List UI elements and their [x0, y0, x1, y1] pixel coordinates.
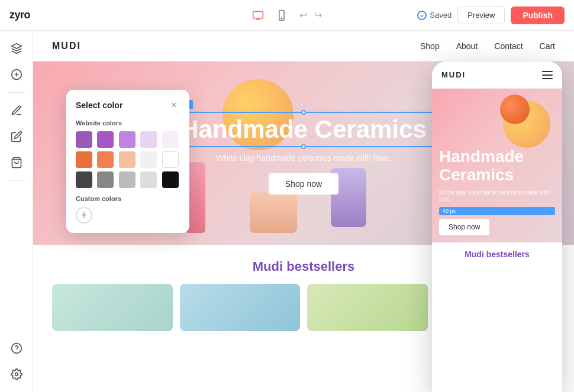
color-swatches — [76, 131, 180, 188]
publish-button[interactable]: Publish — [511, 7, 565, 24]
hero-text-block[interactable]: Text Handmade Ceramics White clay handma… — [172, 112, 435, 195]
mobile-hero: Handmade Ceramics White clay handmade ce… — [432, 89, 562, 242]
sidebar-help-icon[interactable] — [6, 338, 27, 359]
saved-status: Saved — [417, 11, 452, 20]
hamburger-line-3 — [542, 78, 553, 79]
swatch-7[interactable] — [119, 151, 136, 168]
svg-point-2 — [281, 18, 282, 19]
hero-cta-button[interactable]: Shop now — [269, 173, 338, 195]
hero-subtitle: White clay handmade ceramics made with l… — [172, 153, 435, 163]
swatch-5[interactable] — [76, 151, 92, 168]
site-nav: MUDI Shop About Contact Cart — [33, 31, 574, 61]
site-logo: MUDI — [52, 41, 81, 51]
hamburger-line-1 — [542, 71, 553, 72]
app-logo: zyro — [9, 9, 30, 21]
saved-check-icon — [417, 11, 427, 20]
mobile-bestsellers: Mudi bestsellers — [432, 242, 562, 266]
shape-peach — [250, 192, 297, 233]
editor-wrapper: zyro ↩ ↪ — [0, 0, 574, 392]
swatch-11[interactable] — [97, 171, 114, 188]
sidebar — [0, 31, 33, 392]
product-card-2[interactable] — [180, 284, 301, 331]
toolbar: zyro ↩ ↪ — [0, 0, 574, 31]
product-card-3[interactable] — [307, 284, 428, 331]
nav-cart[interactable]: Cart — [540, 41, 555, 51]
saved-label: Saved — [430, 11, 452, 20]
mobile-shape-orange — [500, 95, 530, 124]
add-custom-color-button[interactable]: + — [76, 207, 92, 223]
swatch-6[interactable] — [97, 151, 114, 168]
toolbar-center: ↩ ↪ — [250, 7, 324, 24]
hero-text-selection[interactable]: Text Handmade Ceramics — [172, 112, 435, 147]
sidebar-layers-icon[interactable] — [6, 38, 27, 59]
website-colors-label: Website colors — [76, 119, 180, 127]
swatch-0[interactable] — [76, 131, 92, 148]
swatch-10[interactable] — [76, 171, 92, 188]
sidebar-pen-icon[interactable] — [6, 100, 27, 121]
canvas-area[interactable]: MUDI Shop About Contact Cart — [33, 31, 574, 392]
sidebar-add-icon[interactable] — [6, 64, 27, 85]
nav-contact[interactable]: Contact — [494, 41, 523, 51]
swatch-8[interactable] — [140, 151, 157, 168]
sidebar-divider-2 — [8, 180, 25, 181]
svg-point-7 — [15, 373, 18, 376]
preview-button[interactable]: Preview — [457, 6, 505, 24]
hero-title: Handmade Ceramics — [180, 115, 427, 144]
nav-shop[interactable]: Shop — [420, 41, 440, 51]
swatch-1[interactable] — [97, 131, 114, 148]
site-nav-links: Shop About Contact Cart — [420, 41, 555, 51]
undo-redo-group: ↩ ↪ — [297, 8, 324, 22]
swatch-14[interactable] — [162, 171, 179, 188]
color-picker-close-button[interactable]: × — [168, 99, 180, 111]
svg-rect-0 — [253, 11, 263, 18]
redo-button[interactable]: ↪ — [312, 8, 324, 22]
hamburger-line-2 — [542, 74, 553, 76]
swatch-12[interactable] — [119, 171, 136, 188]
sidebar-edit-icon[interactable] — [6, 126, 27, 147]
mobile-preview: MUDI Handmade Ceramics White clay handma… — [432, 61, 562, 392]
custom-colors-label: Custom colors — [76, 195, 180, 202]
sidebar-divider — [8, 92, 25, 93]
handle-tm[interactable] — [301, 110, 306, 115]
desktop-view-button[interactable] — [250, 7, 266, 24]
mobile-bestsellers-title: Mudi bestsellers — [441, 250, 553, 259]
mobile-view-button[interactable] — [273, 7, 290, 24]
toolbar-right: Saved Preview Publish — [417, 6, 565, 24]
mobile-nav: MUDI — [432, 61, 562, 89]
nav-about[interactable]: About — [456, 41, 478, 51]
hamburger-icon[interactable] — [542, 71, 553, 79]
color-picker-panel: Select color × Website colors — [66, 90, 189, 233]
mobile-hero-subtitle: White clay handmade ceramics made with l… — [439, 189, 555, 202]
swatch-4[interactable] — [162, 131, 179, 148]
mobile-hero-title: Handmade Ceramics — [439, 148, 555, 184]
sidebar-settings-icon[interactable] — [6, 364, 27, 385]
color-picker-header: Select color × — [76, 99, 180, 111]
swatch-3[interactable] — [140, 131, 157, 148]
swatch-9[interactable] — [162, 151, 179, 168]
handle-bm[interactable] — [301, 144, 306, 149]
mobile-logo: MUDI — [441, 70, 466, 79]
px-badge: 40 px — [439, 207, 555, 215]
sidebar-cart-icon[interactable] — [6, 152, 27, 173]
color-picker-title: Select color — [76, 101, 122, 110]
undo-button[interactable]: ↩ — [297, 8, 309, 22]
main-area: MUDI Shop About Contact Cart — [0, 31, 574, 392]
swatch-2[interactable] — [119, 131, 136, 148]
swatch-13[interactable] — [140, 171, 157, 188]
product-card-1[interactable] — [52, 284, 173, 331]
custom-color-section: Custom colors + — [76, 195, 180, 223]
mobile-cta-button[interactable]: Shop now — [439, 219, 489, 235]
